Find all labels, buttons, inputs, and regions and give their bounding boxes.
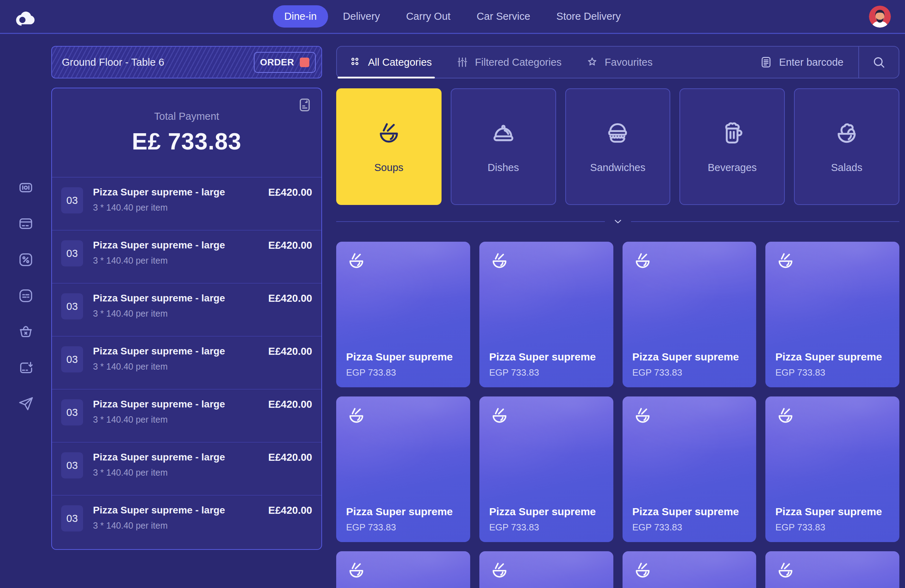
table-label: Ground Floor - Table 6 xyxy=(62,57,164,68)
avatar[interactable] xyxy=(869,6,891,28)
nav-tab-delivery[interactable]: Delivery xyxy=(332,5,391,28)
enter-barcode-button[interactable]: Enter barcode xyxy=(745,47,858,78)
product-price: EGP 733.83 xyxy=(346,367,460,378)
order-type-tabs: Dine-inDeliveryCarry OutCar ServiceStore… xyxy=(273,5,632,28)
clear-basket-icon[interactable] xyxy=(17,324,34,340)
item-price: E£420.00 xyxy=(268,239,312,251)
order-status-label: ORDER xyxy=(260,57,294,68)
item-text: Pizza Super supreme - large 3 * 140.40 p… xyxy=(93,293,225,319)
product-name: Pizza Super supreme xyxy=(489,351,603,363)
chevron-down-icon[interactable] xyxy=(612,216,624,228)
product-price: EGP 733.83 xyxy=(489,522,603,533)
order-item-row[interactable]: 03 Pizza Super supreme - large 3 * 140.4… xyxy=(52,442,321,495)
order-panel-column: Ground Floor - Table 6 ORDER Total Payme… xyxy=(51,34,322,588)
credit-card-icon[interactable] xyxy=(17,216,34,232)
soup-icon xyxy=(775,406,796,426)
save-order-icon[interactable] xyxy=(17,360,34,376)
item-detail: 3 * 140.40 per item xyxy=(93,255,225,266)
product-card[interactable]: Pizza Super supreme EGP 733.83 xyxy=(479,396,613,542)
send-icon[interactable] xyxy=(17,396,34,412)
category-card-beverages[interactable]: Beverages xyxy=(680,88,785,205)
item-detail: 3 * 140.40 per item xyxy=(93,520,225,531)
soup-icon xyxy=(775,560,796,581)
product-card[interactable]: Pizza Super supreme EGP 733.83 xyxy=(336,396,470,542)
order-summary-panel: Total Payment E£ 733.83 03 Pizza Super s… xyxy=(51,88,322,550)
nav-tab-store-delivery[interactable]: Store Delivery xyxy=(545,5,632,28)
order-item-row[interactable]: 03 Pizza Super supreme - large 3 * 140.4… xyxy=(52,336,321,390)
order-item-row[interactable]: 03 Pizza Super supreme - large 3 * 140.4… xyxy=(52,178,321,230)
soup-icon xyxy=(489,251,510,271)
item-qty-badge: 03 xyxy=(61,505,83,531)
product-name: Pizza Super supreme xyxy=(346,351,460,363)
toolbar-right: Enter barcode xyxy=(745,47,899,78)
item-detail: 3 * 140.40 per item xyxy=(93,415,225,425)
order-item-row[interactable]: 03 Pizza Super supreme - large 3 * 140.4… xyxy=(52,495,321,548)
search-button[interactable] xyxy=(859,47,899,78)
product-card[interactable]: Pizza Super supreme EGP 733.83 xyxy=(765,551,899,588)
catalog-tab-label: All Categories xyxy=(368,57,432,68)
catalog-toolbar: All Categories Filtered Categories Favou… xyxy=(336,46,899,78)
item-text: Pizza Super supreme - large 3 * 140.40 p… xyxy=(93,187,225,213)
order-status-button[interactable]: ORDER xyxy=(254,52,316,73)
catalog-tab-label: Favourites xyxy=(605,57,653,68)
grid-dots-icon xyxy=(349,56,362,68)
catalog-column: All Categories Filtered Categories Favou… xyxy=(322,34,905,588)
category-card-soups[interactable]: Soups xyxy=(336,88,441,205)
product-card[interactable]: Pizza Super supreme EGP 733.83 xyxy=(479,242,613,387)
enter-barcode-label: Enter barcode xyxy=(779,57,843,68)
item-price: E£420.00 xyxy=(268,187,312,198)
soup-icon xyxy=(632,251,653,271)
product-price: EGP 733.83 xyxy=(775,522,889,533)
receipt-icon[interactable] xyxy=(297,97,313,113)
product-card[interactable]: Pizza Super supreme EGP 733.83 xyxy=(479,551,613,588)
product-card[interactable]: Pizza Super supreme EGP 733.83 xyxy=(336,551,470,588)
catalog-tab-all-categories[interactable]: All Categories xyxy=(337,47,444,78)
item-qty-badge: 03 xyxy=(61,346,83,372)
product-price: EGP 733.83 xyxy=(632,522,747,533)
product-name: Pizza Super supreme xyxy=(346,506,460,518)
order-items-list: 03 Pizza Super supreme - large 3 * 140.4… xyxy=(52,178,321,549)
nav-tab-carry-out[interactable]: Carry Out xyxy=(395,5,462,28)
table-header-card[interactable]: Ground Floor - Table 6 ORDER xyxy=(51,46,322,78)
beverage-icon xyxy=(719,120,746,147)
item-price: E£420.00 xyxy=(268,452,312,463)
app-logo-cloud-icon xyxy=(14,7,38,27)
item-name: Pizza Super supreme - large xyxy=(93,452,225,463)
catalog-tab-label: Filtered Categories xyxy=(475,57,562,68)
category-cards-row: Soups Dishes Sandwiches Beverages Salads xyxy=(336,88,899,205)
order-item-row[interactable]: 03 Pizza Super supreme - large 3 * 140.4… xyxy=(52,284,321,336)
product-card[interactable]: Pizza Super supreme EGP 733.83 xyxy=(765,396,899,542)
soup-icon xyxy=(346,560,367,581)
product-card[interactable]: Pizza Super supreme EGP 733.83 xyxy=(765,242,899,387)
product-card[interactable]: Pizza Super supreme EGP 733.83 xyxy=(622,551,757,588)
product-name: Pizza Super supreme xyxy=(775,351,889,363)
catalog-tab-favourites[interactable]: Favourites xyxy=(574,47,665,78)
discount-icon[interactable] xyxy=(17,252,34,268)
item-detail: 3 * 140.40 per item xyxy=(93,309,225,319)
nav-tab-dine-in[interactable]: Dine-in xyxy=(273,5,328,28)
nav-tab-car-service[interactable]: Car Service xyxy=(465,5,541,28)
product-card[interactable]: Pizza Super supreme EGP 733.83 xyxy=(622,242,757,387)
cash-register-icon[interactable] xyxy=(17,179,34,196)
order-item-row[interactable]: 03 Pizza Super supreme - large 3 * 140.4… xyxy=(52,390,321,442)
notes-icon[interactable] xyxy=(17,288,34,304)
soup-icon xyxy=(632,560,653,581)
category-card-dishes[interactable]: Dishes xyxy=(451,88,556,205)
product-card[interactable]: Pizza Super supreme EGP 733.83 xyxy=(336,242,470,387)
star-icon xyxy=(586,56,599,68)
item-qty-badge: 03 xyxy=(61,187,83,214)
total-payment-label: Total Payment xyxy=(154,111,219,122)
total-payment-section: Total Payment E£ 733.83 xyxy=(52,88,321,178)
item-price: E£420.00 xyxy=(268,346,312,357)
product-name: Pizza Super supreme xyxy=(775,506,889,518)
category-card-sandwiches[interactable]: Sandwiches xyxy=(565,88,671,205)
soup-icon xyxy=(632,406,653,426)
soup-icon xyxy=(346,406,367,426)
dish-icon xyxy=(490,120,517,147)
divider-line xyxy=(336,221,605,222)
category-card-salads[interactable]: Salads xyxy=(794,88,899,205)
product-card[interactable]: Pizza Super supreme EGP 733.83 xyxy=(622,396,757,542)
item-detail: 3 * 140.40 per item xyxy=(93,361,225,372)
catalog-tab-filtered-categories[interactable]: Filtered Categories xyxy=(444,47,574,78)
order-item-row[interactable]: 03 Pizza Super supreme - large 3 * 140.4… xyxy=(52,230,321,284)
